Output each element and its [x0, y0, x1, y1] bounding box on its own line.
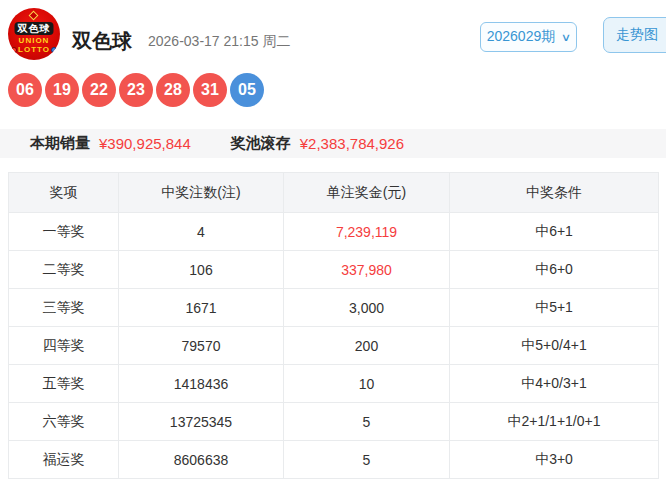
trend-chart-label: 走势图 [616, 26, 658, 44]
cell-condition: 中3+0 [450, 441, 659, 479]
union-lotto-logo: 双色球 UNION LOTTO [8, 8, 60, 60]
cell-amount: 10 [284, 365, 450, 403]
cell-count: 4 [119, 213, 284, 251]
prize-row: 五等奖141843610中4+0/3+1 [9, 365, 659, 403]
period-label: 2026029期 [487, 28, 556, 46]
cell-amount: 200 [284, 327, 450, 365]
cell-prize: 五等奖 [9, 365, 119, 403]
cell-condition: 中6+0 [450, 251, 659, 289]
prize-row: 六等奖137253455中2+1/1+1/0+1 [9, 403, 659, 441]
red-ball: 06 [8, 73, 42, 107]
sales-label: 本期销量 [30, 134, 90, 153]
cell-amount: 337,980 [284, 251, 450, 289]
red-ball: 22 [82, 73, 116, 107]
blue-ball: 05 [230, 73, 264, 107]
draw-datetime: 2026-03-17 21:15 周二 [148, 33, 290, 51]
blue-ball-icon [51, 47, 57, 53]
cell-condition: 中2+1/1+1/0+1 [450, 403, 659, 441]
prize-row: 四等奖79570200中5+0/4+1 [9, 327, 659, 365]
prize-row: 一等奖47,239,119中6+1 [9, 213, 659, 251]
red-ball: 19 [45, 73, 79, 107]
cell-prize: 一等奖 [9, 213, 119, 251]
prize-row: 福运奖86066385中3+0 [9, 441, 659, 479]
trend-chart-button[interactable]: 走势图 [603, 17, 666, 53]
cell-amount: 3,000 [284, 289, 450, 327]
diamond-icon [29, 11, 39, 21]
period-selector[interactable]: 2026029期 ∨ [480, 22, 577, 52]
cell-count: 13725345 [119, 403, 284, 441]
cell-amount: 7,239,119 [284, 213, 450, 251]
chevron-down-icon: ∨ [561, 32, 571, 43]
cell-count: 8606638 [119, 441, 284, 479]
red-ball: 31 [193, 73, 227, 107]
column-header: 单注奖金(元) [284, 173, 450, 213]
prize-row: 三等奖16713,000中5+1 [9, 289, 659, 327]
cell-count: 106 [119, 251, 284, 289]
logo-name: 双色球 [15, 22, 54, 35]
pool-value: ¥2,383,784,926 [300, 135, 404, 152]
winning-numbers: 06192223283105 [8, 73, 264, 107]
cell-condition: 中5+1 [450, 289, 659, 327]
cell-prize: 二等奖 [9, 251, 119, 289]
red-ball: 28 [156, 73, 190, 107]
cell-prize: 六等奖 [9, 403, 119, 441]
column-header: 中奖注数(注) [119, 173, 284, 213]
cell-amount: 5 [284, 441, 450, 479]
column-header: 中奖条件 [450, 173, 659, 213]
pool-label: 奖池滚存 [231, 134, 291, 153]
sales-value: ¥390,925,844 [99, 135, 191, 152]
cell-amount: 5 [284, 403, 450, 441]
lottery-results-page: 双色球 UNION LOTTO 双色球 2026-03-17 21:15 周二 … [0, 0, 666, 484]
column-header: 奖项 [9, 173, 119, 213]
cell-count: 1671 [119, 289, 284, 327]
cell-prize: 三等奖 [9, 289, 119, 327]
cell-condition: 中5+0/4+1 [450, 327, 659, 365]
prize-row: 二等奖106337,980中6+0 [9, 251, 659, 289]
table-header-row: 奖项中奖注数(注)单注奖金(元)中奖条件 [9, 173, 659, 213]
cell-count: 79570 [119, 327, 284, 365]
cell-condition: 中6+1 [450, 213, 659, 251]
cell-prize: 四等奖 [9, 327, 119, 365]
page-title: 双色球 [72, 28, 132, 55]
cell-prize: 福运奖 [9, 441, 119, 479]
cell-condition: 中4+0/3+1 [450, 365, 659, 403]
red-ball-icon [11, 47, 17, 53]
logo-lotto-text: LOTTO [18, 45, 50, 54]
prize-table: 奖项中奖注数(注)单注奖金(元)中奖条件 一等奖47,239,119中6+1二等… [8, 172, 659, 479]
cell-count: 1418436 [119, 365, 284, 403]
summary-bar: 本期销量 ¥390,925,844 奖池滚存 ¥2,383,784,926 [0, 129, 666, 158]
logo-lotto-row: LOTTO [11, 45, 57, 54]
red-ball: 23 [119, 73, 153, 107]
logo-union-text: UNION [19, 36, 50, 45]
